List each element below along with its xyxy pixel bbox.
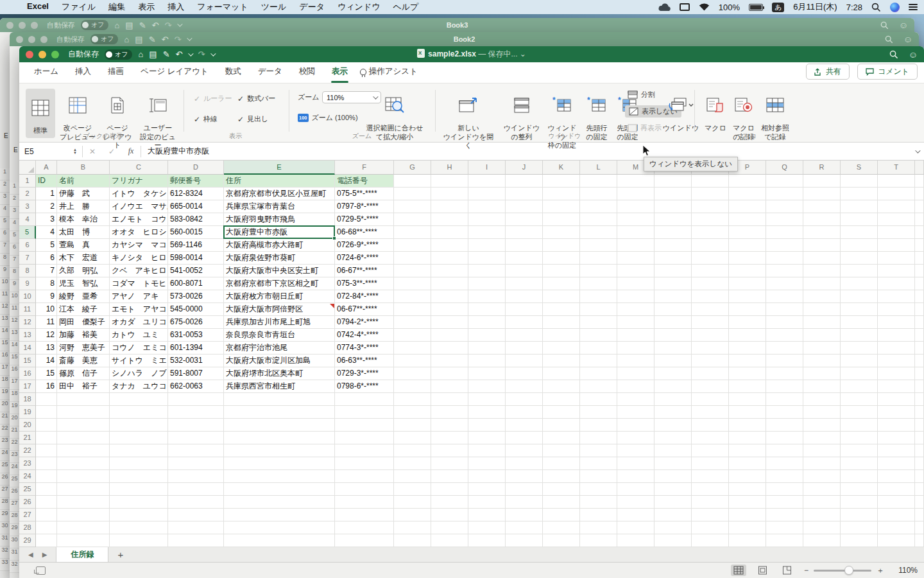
checkbox-gridlines[interactable]: ✓枠線 [194,114,218,124]
fullscreen-button[interactable] [51,51,59,58]
cell-28[interactable] [915,521,924,534]
cell-H3[interactable] [431,200,468,213]
cell-C28[interactable] [110,521,168,534]
cell-J26[interactable] [506,496,543,509]
cell-B11[interactable]: 江本 綾子 [57,303,110,316]
cell-F15[interactable]: 06-63**-**** [335,355,394,367]
cell-T12[interactable] [878,316,915,329]
cell-P4[interactable] [729,213,766,226]
cell-L15[interactable] [580,355,617,367]
cell-H1[interactable] [431,175,468,188]
cell-7[interactable] [915,252,924,265]
cell-O16[interactable] [692,367,729,380]
cell-F21[interactable] [335,432,394,444]
cell-Q12[interactable] [766,316,803,329]
cell-S27[interactable] [841,509,878,521]
row-header-12[interactable]: 12 [19,316,36,329]
redo-icon[interactable]: ↷ [174,35,181,44]
cell-R17[interactable] [803,380,841,393]
cell-R25[interactable] [803,483,841,496]
cell-M18[interactable] [617,393,654,406]
ribbon-tab-校閲[interactable]: 校閲 [291,61,323,83]
cell-A17[interactable]: 16 [36,380,57,393]
cell-O5[interactable] [692,226,729,239]
cell-17[interactable] [915,380,924,393]
cell-Q5[interactable] [766,226,803,239]
cell-M1[interactable] [617,175,654,188]
cell-N13[interactable] [654,329,692,342]
qat-overflow-icon[interactable] [178,21,183,26]
cell-G10[interactable] [394,290,431,303]
cell-K2[interactable] [543,188,580,200]
cell-D27[interactable] [168,509,224,521]
cell-K12[interactable] [543,316,580,329]
feedback-smiley-icon[interactable]: ☺ [909,49,918,60]
cell-E15[interactable]: 大阪府大阪市淀川区加島 [224,355,335,367]
cell-J19[interactable] [506,406,543,419]
cell-D13[interactable]: 631-0053 [168,329,224,342]
cell-H20[interactable] [431,419,468,432]
cell-I24[interactable] [468,470,506,483]
cell-L3[interactable] [580,200,617,213]
row-header-29[interactable]: 29 [19,534,36,547]
ribbon-tab-ホーム[interactable]: ホーム [26,61,67,83]
cell-E26[interactable] [224,496,335,509]
cell-K13[interactable] [543,329,580,342]
cell-I16[interactable] [468,367,506,380]
cell-K10[interactable] [543,290,580,303]
cell-A26[interactable] [36,496,57,509]
cell-E11[interactable]: 大阪府大阪市阿倍野区 [224,303,335,316]
column-header-C[interactable]: C [110,161,168,175]
cell-E3[interactable]: 兵庫県宝塚市青葉台 [224,200,335,213]
cell-F1[interactable]: 電話番号 [335,175,394,188]
split-button[interactable]: 分割 [628,90,655,100]
cell-H29[interactable] [431,534,468,547]
cell-H16[interactable] [431,367,468,380]
cell-26[interactable] [915,496,924,509]
cell-C14[interactable]: コウノ エミコ [110,342,168,355]
menu-item-excel[interactable]: Excel [21,1,55,13]
cell-F11[interactable]: 06-67**-**** [335,303,394,316]
status-zoom-percent[interactable]: 110% [893,566,918,575]
cell-H27[interactable] [431,509,468,521]
cell-O18[interactable] [692,393,729,406]
cell-A20[interactable] [36,419,57,432]
cell-J12[interactable] [506,316,543,329]
undo-icon[interactable]: ↶ [152,21,159,30]
cell-C3[interactable]: イノウエ マサル [110,200,168,213]
cell-Q28[interactable] [766,521,803,534]
row-header-5[interactable]: 5 [19,226,36,239]
cell-P14[interactable] [729,342,766,355]
cell-M12[interactable] [617,316,654,329]
cell-G14[interactable] [394,342,431,355]
cell-D16[interactable]: 591-8007 [168,367,224,380]
feedback-smiley-icon[interactable]: ☺ [903,34,912,44]
cell-B22[interactable] [57,444,110,457]
cell-P16[interactable] [729,367,766,380]
cell-E23[interactable] [224,457,335,470]
cell-P25[interactable] [729,483,766,496]
cell-G27[interactable] [394,509,431,521]
cell-I2[interactable] [468,188,506,200]
cell-K16[interactable] [543,367,580,380]
row-header-25[interactable]: 25 [19,483,36,496]
cell-I13[interactable] [468,329,506,342]
cell-A1[interactable]: ID [36,175,57,188]
cell-T13[interactable] [878,329,915,342]
cell-D1[interactable]: 郵便番号 [168,175,224,188]
menu-item-5[interactable]: フォーマット [191,1,255,13]
cell-F2[interactable]: 075-5**-**** [335,188,394,200]
cell-B18[interactable] [57,393,110,406]
cell-H11[interactable] [431,303,468,316]
cell-B9[interactable]: 児玉 智弘 [57,277,110,290]
edit-icon[interactable]: ✎ [139,21,146,30]
cell-A12[interactable]: 11 [36,316,57,329]
cell-N3[interactable] [654,200,692,213]
menu-item-3[interactable]: 表示 [132,1,161,13]
book2-traffic-lights[interactable] [16,36,47,43]
column-header-H[interactable]: H [431,161,468,175]
cell-N23[interactable] [654,457,692,470]
cell-1[interactable] [915,175,924,188]
cell-T27[interactable] [878,509,915,521]
qat-overflow-icon[interactable] [211,51,216,56]
